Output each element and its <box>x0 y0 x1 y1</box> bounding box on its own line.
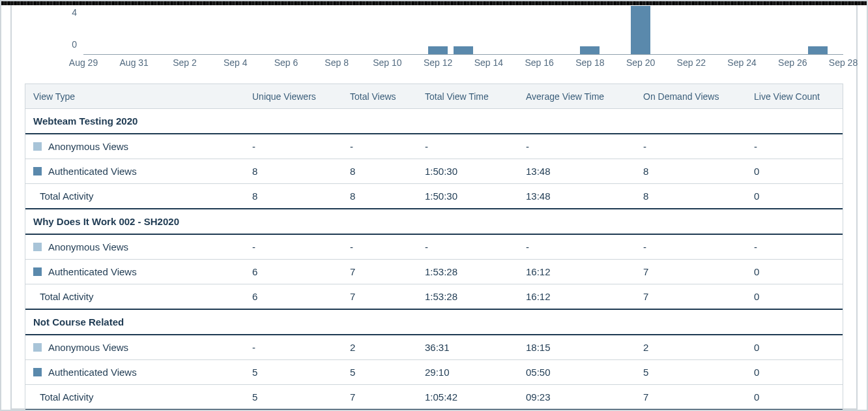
table-row: Total Activity881:50:3013:4880 <box>25 184 843 209</box>
stats-table: View TypeUnique ViewersTotal ViewsTotal … <box>25 84 843 410</box>
table-row: Authenticated Views881:50:3013:4880 <box>25 159 843 184</box>
swatch-authenticated-icon <box>33 167 42 175</box>
table-row: Total Activity571:05:4209:2370 <box>25 385 843 410</box>
chart-x-tick: Sep 22 <box>677 57 706 68</box>
row-label: Authenticated Views <box>48 266 137 277</box>
table-cell-view-type: Total Activity <box>25 285 244 308</box>
chart-bar <box>580 46 600 54</box>
row-label: Anonymous Views <box>48 241 128 252</box>
row-label: Authenticated Views <box>48 166 137 177</box>
table-row: Anonymous Views------ <box>25 235 843 260</box>
torn-edge-decoration <box>1 1 867 5</box>
chart-x-tick: Sep 4 <box>224 57 248 68</box>
table-cell: 8 <box>342 160 417 183</box>
table-cell: 0 <box>746 386 843 408</box>
table-cell-view-type: Authenticated Views <box>25 260 244 283</box>
table-cell: 8 <box>244 185 342 207</box>
table-cell-view-type: Anonymous Views <box>25 236 244 258</box>
table-cell-view-type: Anonymous Views <box>25 336 244 359</box>
table-row: Anonymous Views------ <box>25 134 843 159</box>
table-cell: 2 <box>342 336 417 359</box>
table-cell: 7 <box>342 386 417 408</box>
table-cell: 0 <box>746 160 843 183</box>
table-cell: 29:10 <box>417 361 518 384</box>
row-label: Total Activity <box>40 391 94 403</box>
table-row: Anonymous Views-236:3118:1520 <box>25 335 843 360</box>
table-row: Authenticated Views671:53:2816:1270 <box>25 260 843 284</box>
table-cell: 0 <box>746 185 843 207</box>
chart-plot-area <box>83 7 843 55</box>
chart-bar <box>808 46 828 54</box>
row-label: Authenticated Views <box>48 367 137 378</box>
table-group-title: Why Does It Work 002 - SH2020 <box>25 210 843 233</box>
table-cell: 0 <box>746 285 843 308</box>
row-label: Anonymous Views <box>48 141 128 152</box>
chart-x-tick: Sep 6 <box>274 57 298 68</box>
table-cell: - <box>244 236 342 258</box>
table-cell: 5 <box>342 361 417 384</box>
table-cell: 6 <box>244 260 342 283</box>
table-cell: - <box>746 236 843 258</box>
table-cell: 36:31 <box>417 336 518 359</box>
table-cell: 8 <box>342 185 417 207</box>
chart-x-tick: Sep 12 <box>424 57 452 68</box>
table-cell: 5 <box>635 361 746 384</box>
swatch-anonymous-icon <box>33 142 42 151</box>
table-cell: - <box>244 135 342 158</box>
table-header-cell[interactable]: Live View Count <box>746 85 843 108</box>
table-group-title: Not Course Related <box>25 311 843 333</box>
table-cell: 13:48 <box>518 185 635 207</box>
table-cell: - <box>417 135 518 158</box>
table-header-cell[interactable]: Total View Time <box>417 85 518 108</box>
chart-bar <box>454 46 473 54</box>
table-cell: 09:23 <box>518 386 635 408</box>
table-cell: 7 <box>342 260 417 283</box>
table-header-cell[interactable]: Average View Time <box>518 85 635 108</box>
table-cell: 1:50:30 <box>417 185 518 207</box>
chart-x-tick: Aug 31 <box>120 57 149 68</box>
chart-x-tick: Sep 16 <box>525 57 553 68</box>
table-cell: 0 <box>746 336 843 359</box>
table-cell: 5 <box>244 361 342 384</box>
table-cell: - <box>342 236 417 258</box>
swatch-authenticated-icon <box>33 368 42 376</box>
chart-x-tick: Sep 26 <box>778 57 807 68</box>
table-cell: 1:05:42 <box>417 386 518 408</box>
chart-bar <box>631 6 650 54</box>
table-cell: - <box>244 336 342 359</box>
table-group-row: Not Course Related <box>25 310 843 335</box>
chart-y-tick: 4 <box>72 7 77 18</box>
table-cell: - <box>746 135 843 158</box>
chart-bar <box>428 46 448 54</box>
table-cell: - <box>518 135 635 158</box>
chart-x-axis: Aug 29Aug 31Sep 2Sep 4Sep 6Sep 8Sep 10Se… <box>83 55 843 67</box>
table-cell: 7 <box>635 260 746 283</box>
table-header-cell[interactable]: Total Views <box>342 85 417 108</box>
table-cell: 8 <box>635 160 746 183</box>
chart-x-tick: Sep 14 <box>474 57 503 68</box>
table-header-cell[interactable]: View Type <box>25 85 244 108</box>
table-cell-view-type: Total Activity <box>25 386 244 408</box>
row-label: Total Activity <box>40 190 94 202</box>
bar-chart: 04 Aug 29Aug 31Sep 2Sep 4Sep 6Sep 8Sep 1… <box>25 7 843 67</box>
swatch-anonymous-icon <box>33 243 42 251</box>
table-cell: 13:48 <box>518 160 635 183</box>
content-panel: 04 Aug 29Aug 31Sep 2Sep 4Sep 6Sep 8Sep 1… <box>10 1 858 410</box>
row-label: Anonymous Views <box>48 342 128 353</box>
table-cell: 2 <box>635 336 746 359</box>
table-cell: 5 <box>244 386 342 408</box>
chart-x-tick: Sep 24 <box>727 57 756 68</box>
table-cell-view-type: Anonymous Views <box>25 135 244 158</box>
table-cell-view-type: Authenticated Views <box>25 361 244 384</box>
chart-x-tick: Sep 10 <box>373 57 401 68</box>
table-header-cell[interactable]: On Demand Views <box>635 85 746 108</box>
swatch-authenticated-icon <box>33 267 42 276</box>
table-cell: 6 <box>244 285 342 308</box>
table-cell: - <box>518 236 635 258</box>
table-header-cell[interactable]: Unique Viewers <box>244 85 342 108</box>
table-row: Authenticated Views5529:1005:5050 <box>25 360 843 385</box>
chart-y-axis: 04 <box>25 7 81 55</box>
chart-x-tick: Sep 28 <box>829 57 858 68</box>
table-cell: 16:12 <box>518 285 635 308</box>
chart-x-tick: Sep 20 <box>626 57 655 68</box>
